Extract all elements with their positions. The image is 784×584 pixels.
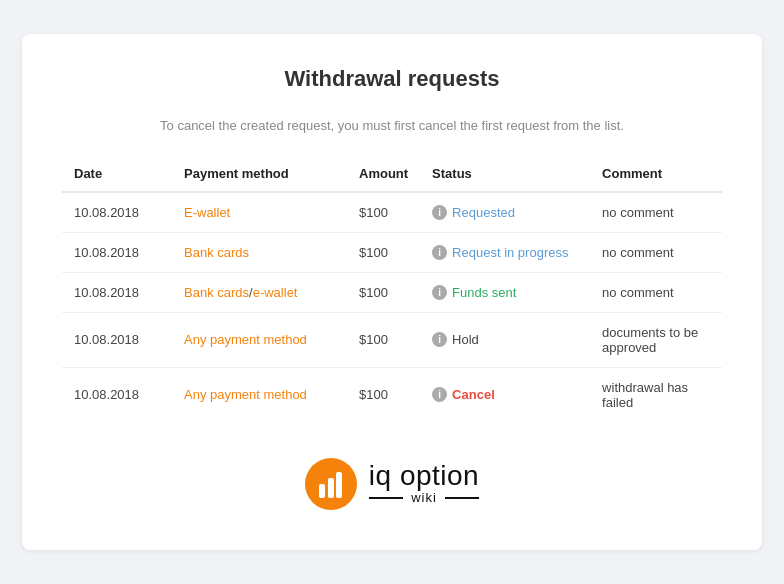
main-card: Withdrawal requests To cancel the create… (22, 34, 762, 550)
status-badge: Funds sent (452, 285, 516, 300)
info-icon[interactable]: i (432, 387, 447, 402)
status-badge: Request in progress (452, 245, 568, 260)
cell-comment: no comment (590, 232, 722, 272)
cell-status: iRequested (420, 192, 590, 233)
cell-status: iCancel (420, 367, 590, 422)
cell-amount: $100 (347, 312, 420, 367)
header-amount: Amount (347, 156, 420, 192)
cell-method[interactable]: Bank cards/e-wallet (172, 272, 347, 312)
header-date: Date (62, 156, 172, 192)
cell-date: 10.08.2018 (62, 272, 172, 312)
cell-amount: $100 (347, 232, 420, 272)
cell-amount: $100 (347, 367, 420, 422)
cell-status: iRequest in progress (420, 232, 590, 272)
cell-comment: withdrawal has failed (590, 367, 722, 422)
cell-method[interactable]: Any payment method (172, 312, 347, 367)
status-badge: Requested (452, 205, 515, 220)
info-icon[interactable]: i (432, 205, 447, 220)
status-badge: Hold (452, 332, 479, 347)
table-row: 10.08.2018Bank cards/e-wallet$100iFunds … (62, 272, 722, 312)
bar-3 (336, 472, 342, 498)
header-comment: Comment (590, 156, 722, 192)
cell-amount: $100 (347, 272, 420, 312)
cell-status: iHold (420, 312, 590, 367)
cell-status: iFunds sent (420, 272, 590, 312)
cell-date: 10.08.2018 (62, 367, 172, 422)
logo-text: iq option (369, 462, 479, 490)
cell-date: 10.08.2018 (62, 232, 172, 272)
table-header-row: Date Payment method Amount Status Commen… (62, 156, 722, 192)
table-row: 10.08.2018Bank cards$100iRequest in prog… (62, 232, 722, 272)
logo-line-left (369, 497, 403, 499)
page-title: Withdrawal requests (62, 66, 722, 92)
info-icon[interactable]: i (432, 285, 447, 300)
logo-text-area: iq option wiki (369, 462, 479, 505)
table-row: 10.08.2018Any payment method$100iHolddoc… (62, 312, 722, 367)
info-icon[interactable]: i (432, 245, 447, 260)
logo-bars (319, 470, 342, 498)
cell-date: 10.08.2018 (62, 312, 172, 367)
cell-method[interactable]: Any payment method (172, 367, 347, 422)
cell-amount: $100 (347, 192, 420, 233)
logo-wiki-text: wiki (403, 490, 445, 505)
bar-2 (328, 478, 334, 498)
logo-icon (305, 458, 357, 510)
bar-1 (319, 484, 325, 498)
table-row: 10.08.2018Any payment method$100iCancelw… (62, 367, 722, 422)
logo-wiki-row: wiki (369, 490, 479, 505)
header-method: Payment method (172, 156, 347, 192)
cell-comment: no comment (590, 272, 722, 312)
cell-comment: documents to be approved (590, 312, 722, 367)
header-status: Status (420, 156, 590, 192)
logo-line-right (445, 497, 479, 499)
logo-area: iq option wiki (62, 458, 722, 510)
info-icon[interactable]: i (432, 332, 447, 347)
withdrawals-table: Date Payment method Amount Status Commen… (62, 156, 722, 422)
table-row: 10.08.2018E-wallet$100iRequestedno comme… (62, 192, 722, 233)
status-badge: Cancel (452, 387, 495, 402)
cell-method[interactable]: E-wallet (172, 192, 347, 233)
notice-text: To cancel the created request, you must … (62, 116, 722, 136)
cell-comment: no comment (590, 192, 722, 233)
cell-date: 10.08.2018 (62, 192, 172, 233)
cell-method[interactable]: Bank cards (172, 232, 347, 272)
